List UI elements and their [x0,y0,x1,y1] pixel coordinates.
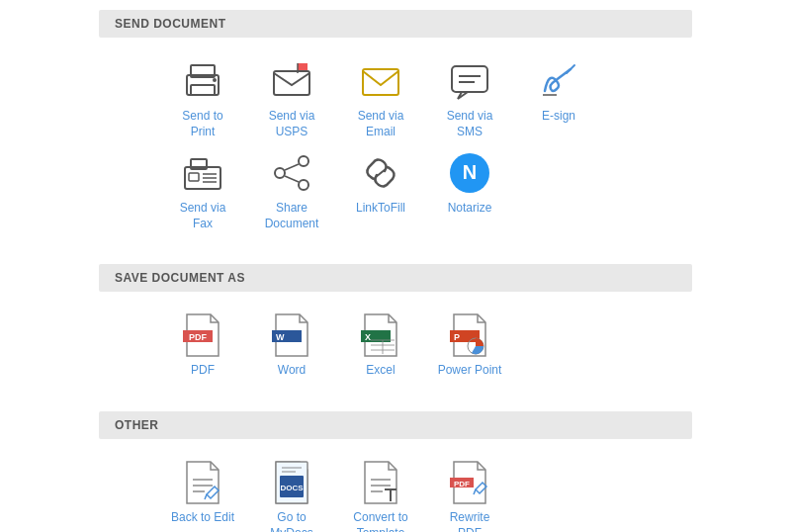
svg-line-11 [567,65,574,73]
svg-line-24 [376,169,386,177]
send-document-header: SEND DOCUMENT [99,10,692,38]
notarize-button[interactable]: N Notarize [425,149,514,231]
other-header: OTHER [99,411,692,439]
share-document-label: ShareDocument [265,201,319,231]
send-via-sms-button[interactable]: Send viaSMS [425,57,514,139]
save-document-grid: PDF PDF W ≡ Word [99,302,692,403]
convert-to-template-label: Convert toTemplate [353,510,407,532]
svg-point-3 [213,78,217,82]
notarize-icon: N [446,149,493,197]
share-icon [268,149,315,197]
send-via-fax-label: Send viaFax [180,201,226,231]
print-icon [179,57,226,105]
save-excel-label: Excel [366,363,395,379]
notarize-label: Notarize [448,201,492,217]
save-powerpoint-label: Power Point [438,363,502,379]
go-to-mydocs-label: Go toMyDocs [270,510,312,532]
send-via-email-label: Send viaEmail [358,109,404,139]
esign-icon [535,57,582,105]
svg-point-19 [299,156,308,166]
convert-to-template-button[interactable]: Convert toTemplate [336,459,425,532]
svg-text:DOCS: DOCS [280,484,304,492]
pdf-icon: PDF [179,311,226,359]
svg-rect-7 [363,69,398,95]
other-grid: Back to Edit DOCS Go toMyDocs [99,449,692,532]
svg-text:W: W [276,332,285,342]
e-sign-label: E-sign [542,109,575,125]
powerpoint-icon: P [446,311,493,359]
svg-text:X: X [365,332,371,342]
send-via-email-button[interactable]: Send viaEmail [336,57,425,139]
svg-rect-8 [452,66,487,92]
link-to-fill-button[interactable]: LinkToFill [336,149,425,231]
send-document-grid: Send toPrint Send viaUSPS [99,47,692,256]
sms-icon [446,57,493,105]
link-icon [357,149,404,197]
rewritepdf-icon: PDF [446,459,493,506]
go-to-mydocs-button[interactable]: DOCS Go toMyDocs [247,459,336,532]
save-document-header: SAVE DOCUMENT AS [99,264,692,292]
svg-rect-2 [191,85,215,95]
backedit-icon [179,459,226,506]
svg-line-23 [285,176,299,182]
rewrite-pdf-button[interactable]: PDF RewritePDF [425,459,514,532]
e-sign-button[interactable]: E-sign [514,57,603,139]
svg-point-21 [299,180,308,190]
svg-text:≡: ≡ [286,334,290,341]
word-icon: W ≡ [268,311,315,359]
save-pdf-label: PDF [191,363,215,379]
email-icon [357,57,404,105]
fax-icon [179,149,226,197]
save-word-button[interactable]: W ≡ Word [247,311,336,379]
mydocs-icon: DOCS [268,459,315,506]
save-powerpoint-button[interactable]: P Power Point [425,311,514,379]
excel-icon: X [357,311,404,359]
send-document-section: SEND DOCUMENT Send toPrint [99,10,692,256]
svg-text:PDF: PDF [189,332,208,342]
usps-icon [268,57,315,105]
save-document-section: SAVE DOCUMENT AS PDF PDF [99,264,692,403]
svg-point-20 [275,168,285,178]
svg-line-22 [285,164,299,170]
svg-text:N: N [463,161,477,183]
rewrite-pdf-label: RewritePDF [450,510,490,532]
other-section: OTHER Back to Edit [99,411,692,532]
svg-rect-5 [298,63,308,70]
main-container: SEND DOCUMENT Send toPrint [99,0,692,532]
send-via-usps-label: Send viaUSPS [269,109,315,139]
send-via-fax-button[interactable]: Send viaFax [158,149,247,231]
link-to-fill-label: LinkToFill [356,201,405,217]
back-to-edit-button[interactable]: Back to Edit [158,459,247,532]
send-to-print-button[interactable]: Send toPrint [158,57,247,139]
share-document-button[interactable]: ShareDocument [247,149,336,231]
back-to-edit-label: Back to Edit [171,510,234,526]
send-via-sms-label: Send viaSMS [447,109,493,139]
svg-rect-4 [274,71,309,95]
save-word-label: Word [278,363,306,379]
svg-text:PDF: PDF [454,480,470,488]
send-via-usps-button[interactable]: Send viaUSPS [247,57,336,139]
svg-text:P: P [454,332,460,342]
svg-rect-15 [189,173,199,181]
send-to-print-label: Send toPrint [182,109,222,139]
template-icon [357,459,404,506]
save-pdf-button[interactable]: PDF PDF [158,311,247,379]
save-excel-button[interactable]: X Excel [336,311,425,379]
